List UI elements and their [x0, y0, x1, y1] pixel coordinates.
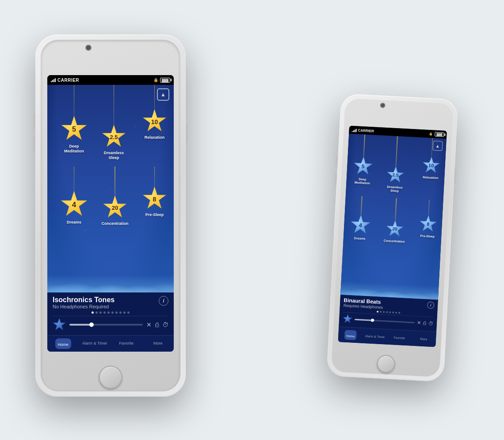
- dot-10: [127, 311, 130, 314]
- hanging-star-dreams[interactable]: 4 Dreams: [60, 167, 88, 225]
- dot-7: [115, 311, 118, 314]
- share-button-large[interactable]: ⎙: [155, 321, 159, 328]
- hang-line-4: [74, 167, 75, 191]
- hanging-star-dreamless-sleep[interactable]: 2.5 DreamlessSleep: [99, 85, 128, 160]
- star-pre-sleep-sm[interactable]: 8: [419, 215, 437, 233]
- star-dreamless-sm[interactable]: 2.5: [386, 166, 405, 184]
- progress-track-small[interactable]: [355, 319, 415, 323]
- star-pre-sleep[interactable]: 8: [142, 186, 167, 211]
- stop-button-large[interactable]: ✕: [146, 321, 152, 328]
- page-dots-large: [53, 311, 168, 314]
- dot-sm-7: [395, 312, 397, 314]
- battery-icon-large: ▓▓▓: [160, 78, 170, 83]
- timer-button-large[interactable]: ⏱: [162, 321, 168, 328]
- screen-small: CARRIER 🔒 ▓▓▓ ▲ 5 DeepMedit: [338, 126, 447, 347]
- star-deep-meditation-sm[interactable]: 5: [353, 156, 373, 176]
- power-button-large[interactable]: [186, 123, 188, 143]
- home-button-large[interactable]: [99, 366, 122, 389]
- star-value-dreamless-sm: 2.5: [392, 173, 398, 178]
- status-bar-large: CARRIER 🔒 ▓▓▓: [47, 75, 174, 85]
- status-right-small: 🔒 ▓▓▓: [429, 132, 444, 137]
- clouds-large: [47, 266, 174, 292]
- star-relaxation[interactable]: 10: [142, 109, 167, 133]
- progress-fill-large: [69, 324, 92, 326]
- power-button-small[interactable]: [454, 168, 457, 184]
- signal-icon-small: [351, 128, 357, 133]
- dot-sm-8: [398, 312, 400, 314]
- screen-large: CARRIER 🔒 ▓▓▓ ▲ 5: [47, 75, 174, 352]
- clouds-small: [340, 268, 439, 300]
- hang-line-5: [115, 167, 115, 195]
- star-caption-dreamless-sm: DreamlessSleep: [383, 185, 406, 193]
- progress-thumb-small: [371, 319, 374, 322]
- star-deep-meditation[interactable]: 5: [61, 116, 88, 142]
- hanging-star-deep-meditation[interactable]: 5 DeepMeditation: [60, 85, 88, 154]
- star-caption-dreams-sm: Dreams: [349, 236, 371, 241]
- dot-sm-3: [383, 311, 385, 313]
- info-button-small[interactable]: i: [427, 301, 435, 309]
- battery-icon-small: ▓▓▓: [435, 132, 444, 137]
- star-relaxation-sm[interactable]: 10: [422, 156, 440, 174]
- signal-icon: [51, 78, 56, 82]
- phone-small: CARRIER 🔒 ▓▓▓ ▲ 5 DeepMedit: [326, 94, 458, 382]
- volume-up-button-small[interactable]: [336, 155, 338, 167]
- hanging-star-deep-meditation-sm[interactable]: 5 DeepMeditation: [351, 134, 375, 186]
- hanging-star-relaxation-sm[interactable]: 10 Relaxation: [418, 137, 445, 180]
- timer-button-small[interactable]: ⏱: [428, 321, 434, 326]
- player-star-large[interactable]: [53, 318, 66, 331]
- progress-fill-small: [355, 319, 373, 321]
- hang-line-sm-1: [363, 134, 365, 156]
- star-dreams[interactable]: 4: [61, 191, 88, 218]
- info-button-large[interactable]: i: [159, 296, 168, 306]
- hanging-star-concentration-sm[interactable]: 20 Concentration: [381, 197, 409, 244]
- tab-alarm-large[interactable]: Alarm & Timer: [79, 336, 111, 352]
- hanging-star-dreams-sm[interactable]: 4 Dreams: [349, 196, 373, 241]
- volume-up-button-large[interactable]: [33, 114, 35, 129]
- star-concentration-sm[interactable]: 20: [386, 220, 404, 238]
- hanging-star-pre-sleep[interactable]: 8 Pre-Sleep: [140, 167, 169, 217]
- hang-line-sm-5: [395, 198, 397, 220]
- star-value-dreams: 4: [72, 201, 76, 209]
- hanging-star-pre-sleep-sm[interactable]: 8 Pre-Sleep: [415, 199, 441, 239]
- dot-2: [95, 311, 98, 314]
- tab-more-large[interactable]: More: [142, 336, 174, 352]
- tab-home-large[interactable]: Home: [47, 336, 79, 352]
- player-star-small[interactable]: [343, 314, 353, 324]
- hang-line-sm-4: [361, 196, 363, 215]
- hanging-star-dreamless-sm[interactable]: 2.5 DreamlessSleep: [383, 136, 409, 193]
- app-content-large: ▲ 5 DeepMeditation: [47, 85, 174, 292]
- star-caption-deep-meditation-sm: DeepMeditation: [351, 177, 373, 186]
- hanging-star-concentration[interactable]: 20 Concentration: [99, 167, 130, 226]
- star-caption-pre-sleep: Pre-Sleep: [140, 212, 169, 217]
- tab-alarm-small[interactable]: Alarm & Timer: [363, 328, 388, 345]
- section-title-large: Isochronics Tones: [53, 296, 115, 304]
- star-value-deep-meditation-sm: 5: [362, 164, 365, 169]
- star-caption-dreams: Dreams: [60, 220, 88, 225]
- share-button-small[interactable]: ⎙: [423, 320, 427, 326]
- tab-home-label-small: Home: [346, 334, 355, 338]
- tab-favorite-small[interactable]: Favorite: [387, 330, 412, 346]
- star-dreams-sm[interactable]: 4: [350, 214, 371, 235]
- carrier-text-large: CARRIER: [57, 78, 153, 83]
- stop-button-small[interactable]: ✕: [417, 320, 421, 326]
- hang-line-1: [74, 85, 75, 116]
- bottom-section-small: Binaural Beats Requires Headphones i: [339, 295, 438, 331]
- volume-down-button-large[interactable]: [33, 136, 35, 152]
- star-value-concentration-sm: 20: [392, 227, 397, 231]
- volume-down-button-small[interactable]: [335, 173, 337, 185]
- star-caption-relaxation: Relaxation: [140, 135, 169, 140]
- tab-home-pill-large: Home: [55, 338, 71, 349]
- star-value-dreamless-sleep: 2.5: [110, 134, 118, 140]
- progress-track-large[interactable]: [69, 324, 143, 326]
- hang-line-sm-2: [396, 136, 398, 166]
- star-dreamless-sleep[interactable]: 2.5: [102, 125, 126, 149]
- dot-sm-5: [389, 311, 391, 313]
- hanging-star-relaxation[interactable]: 10 Relaxation: [140, 85, 169, 140]
- tab-more-small[interactable]: More: [411, 331, 436, 347]
- star-caption-concentration: Concentration: [99, 221, 130, 226]
- tab-home-small[interactable]: Home: [338, 327, 363, 343]
- tab-favorite-large[interactable]: Favorite: [111, 336, 142, 352]
- tab-more-label-large: More: [153, 341, 163, 345]
- tab-favorite-label-small: Favorite: [393, 336, 405, 339]
- star-concentration[interactable]: 20: [103, 195, 127, 220]
